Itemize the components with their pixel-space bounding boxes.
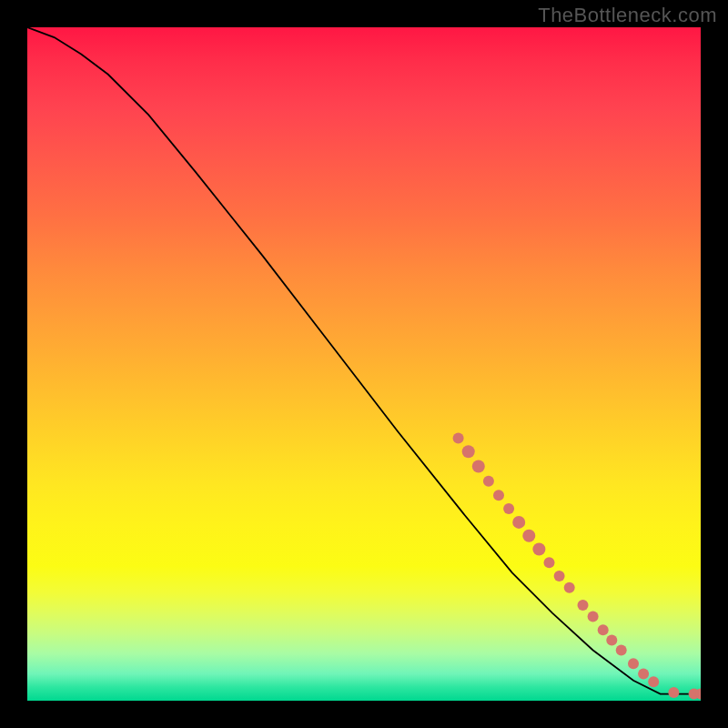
bottleneck-curve xyxy=(27,27,701,694)
data-point xyxy=(598,624,609,635)
data-point xyxy=(522,530,535,542)
data-point xyxy=(493,490,504,500)
data-point xyxy=(628,658,639,669)
data-point xyxy=(616,645,627,656)
data-points-group xyxy=(453,432,701,699)
data-point xyxy=(638,668,649,679)
attribution-text: TheBottleneck.com xyxy=(538,4,717,27)
data-point xyxy=(503,503,514,514)
chart-plot-area xyxy=(27,27,701,701)
data-point xyxy=(606,634,617,645)
data-point xyxy=(472,460,485,473)
data-point xyxy=(578,600,589,611)
data-point xyxy=(453,432,464,443)
data-point xyxy=(544,557,555,568)
data-point xyxy=(648,676,659,687)
data-point xyxy=(462,445,475,458)
data-point xyxy=(483,476,494,487)
data-point xyxy=(588,612,599,622)
data-point xyxy=(512,516,525,529)
chart-svg-layer xyxy=(27,27,701,701)
data-point xyxy=(532,543,545,556)
data-point xyxy=(668,687,679,698)
data-point xyxy=(564,582,575,593)
data-point xyxy=(554,571,565,581)
